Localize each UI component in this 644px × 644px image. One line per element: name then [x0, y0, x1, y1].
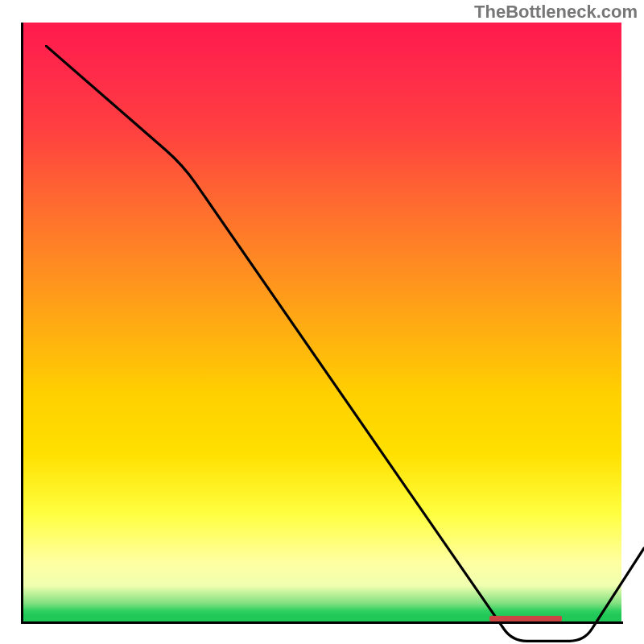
bottleneck-curve-svg [45, 45, 644, 644]
x-axis-line [21, 621, 623, 624]
watermark-label: TheBottleneck.com [474, 2, 638, 23]
bottleneck-curve-path [45, 45, 644, 641]
plot-area [23, 23, 621, 621]
y-axis-line [21, 23, 23, 623]
chart-container: TheBottleneck.com [0, 0, 644, 644]
